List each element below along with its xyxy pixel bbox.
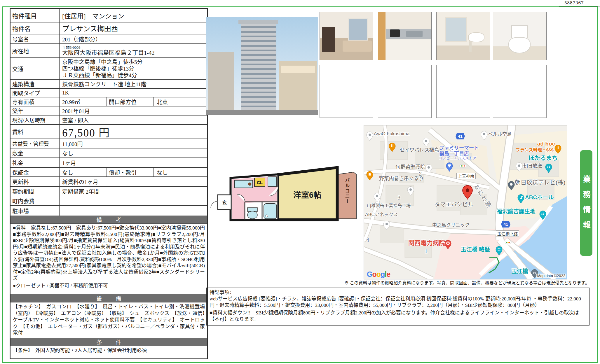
table-row: 号室名 201（2階部分）: [11, 34, 207, 44]
photo-bathroom: [436, 12, 490, 60]
map-label: タマエバシビル: [435, 200, 473, 208]
row-value: なし: [60, 168, 107, 176]
section-header-equipment: 設 備: [11, 294, 207, 302]
table-row: 専有面積 20.99㎡ 開口部方位 北東: [11, 97, 207, 106]
row-label: 契約期間: [11, 187, 60, 196]
map-label: 中之島クリニック: [432, 221, 470, 228]
section-header-conditions: 条 件: [11, 338, 207, 346]
block-number: 1: [425, 249, 428, 255]
closet-label: CL: [257, 180, 263, 185]
block-number: 2: [419, 171, 422, 177]
photo-frame-empty: [378, 65, 432, 118]
window: [348, 18, 368, 41]
equipment-box: 【キッチン】 ガスコンロ 【水廻り】 風呂・トイレ・バス・トイレ別・洗濯機置場（…: [11, 302, 207, 338]
table-row: 所在地 〒553-0003 大阪府大阪市福島区福島２丁目1-42: [11, 44, 207, 58]
transport-line: ＪＲ東西線「新福島」徒歩4分: [62, 72, 137, 79]
row-label: 物件名: [11, 22, 60, 34]
photo-building-exterior: [206, 17, 318, 115]
kitchen-sink: [406, 31, 423, 37]
remarks-text: ■賃料 家具なし:67,500円 家具あり:67,500円■鍵交換代33,000…: [13, 225, 205, 281]
business-info-tab[interactable]: 業務情報: [580, 150, 592, 256]
balcony-label: バルコニー: [345, 178, 350, 204]
building-sign: [281, 66, 315, 73]
map-label: 玉江橋 略歴: [461, 245, 490, 253]
bath-drain: [266, 215, 268, 217]
row-label: 号室名: [11, 34, 60, 43]
floor-plan: CL 玄 洋室6帖 バルコニー: [206, 128, 359, 251]
room-label: 洋室6帖: [293, 190, 321, 200]
rent-value: 67,500 円: [60, 125, 207, 139]
row-value: なし: [60, 148, 207, 158]
row-label: 物件種目: [11, 9, 60, 22]
desk: [322, 27, 335, 52]
special-notes-title: 特記事項：: [210, 289, 586, 296]
table-row: 礼金 1ヶ月: [11, 158, 207, 168]
map-label: 山雄製缶工業福島工場: [367, 202, 411, 208]
row-value: 2001年01月: [60, 106, 207, 115]
row-value: 定期借家 2年間: [60, 187, 207, 196]
map-label: セイワパレス福島: [400, 146, 439, 153]
row-value: [60, 206, 207, 216]
row-value: 20.99㎡: [60, 97, 107, 106]
row-label: 建築構造: [11, 80, 60, 88]
logo-letter: e: [386, 270, 390, 278]
logo-letter: g: [381, 270, 385, 278]
photo-kitchen: [378, 12, 432, 60]
row-label: 礼金: [11, 158, 60, 167]
row-value: 11,000円: [60, 139, 207, 148]
logo-letter: G: [367, 270, 372, 278]
document-id: 5887367: [559, 0, 600, 6]
photo-frame-empty: [320, 65, 373, 118]
row-label: 所在地: [11, 44, 60, 57]
sink: [468, 32, 484, 42]
row-value: 鉄骨鉄筋コンクリート造 地上11階: [60, 80, 207, 88]
map-label: AyaO Fukushima: [374, 131, 409, 136]
map-label: 福沢諭吉誕生地: [497, 207, 536, 215]
map-label: 野菜肉巻き串ぐるり: [379, 174, 424, 182]
map-label: ABCアネックス: [365, 211, 398, 218]
map-label: ABCホール: [525, 193, 554, 201]
route-shield: 41: [456, 133, 465, 139]
section-header-remarks: 備 考: [11, 216, 207, 224]
map-label: 朝日放送: [523, 162, 542, 169]
table-row: 共益費・管理費 11,000円: [11, 139, 207, 148]
row-value: 201（2階部分）: [60, 34, 207, 43]
toilet-tank: [247, 208, 257, 211]
toilet-tank: [511, 25, 528, 38]
remarks-box: ■賃料 家具なし:67,500円 家具あり:67,500円■鍵交換代33,000…: [11, 224, 207, 294]
entrance-label: 玄: [222, 200, 227, 205]
table-row: 交通 京阪中之島線「中之島」徒歩5分 四つ橋線「肥後橋」徒歩13分 ＪＲ東西線「…: [11, 58, 207, 80]
street: [206, 110, 318, 115]
map-label: 関西電力病院: [408, 238, 445, 247]
row-value: 空室 / 即入: [60, 116, 207, 124]
disclaimer-note: ※ この資料は物件の概略紹介資料になります。写真、間取図面、設備、概要などが現況…: [206, 279, 589, 286]
building-tower: [241, 23, 276, 115]
row-label: 更新料: [11, 177, 60, 186]
google-logo: Google: [367, 270, 390, 279]
row-label: 償却・敷引: [107, 168, 154, 176]
block-number: 4: [366, 237, 369, 244]
row-value: 北東: [154, 97, 207, 106]
row-value: [60, 196, 207, 205]
toilet: [247, 211, 257, 219]
row-value: [住居用] マンション: [60, 9, 207, 22]
photo-toilet: [493, 12, 547, 60]
special-notes-box: 特記事項： webサービス広告掲載 [要確認]・チラシ、雑誌等掲載広告 [要確認…: [206, 288, 589, 326]
gas-burner: [248, 183, 252, 186]
mirror: [445, 17, 467, 42]
row-label: 交通: [11, 58, 60, 79]
map-attribution: Map data ©2022: [536, 274, 566, 278]
map-label: 朝日放送テレビ(株): [515, 178, 565, 186]
transport-line: 京阪中之島線「中之島」徒歩5分: [62, 59, 143, 65]
toilet-bowl: [508, 37, 531, 53]
row-label: 開口部方位: [107, 97, 154, 106]
traffic-light-icon: [505, 241, 511, 244]
table-row: 間取タイプ 1K: [11, 89, 207, 97]
row-label: 築年: [11, 106, 60, 115]
entrance-door: [211, 201, 218, 208]
logo-letter: o: [372, 270, 376, 278]
map-label: コンビニエンスストア: [439, 155, 477, 160]
hall-area: [232, 201, 245, 219]
postal-code: 〒553-0003: [62, 46, 81, 50]
logo-letter: o: [376, 270, 381, 278]
